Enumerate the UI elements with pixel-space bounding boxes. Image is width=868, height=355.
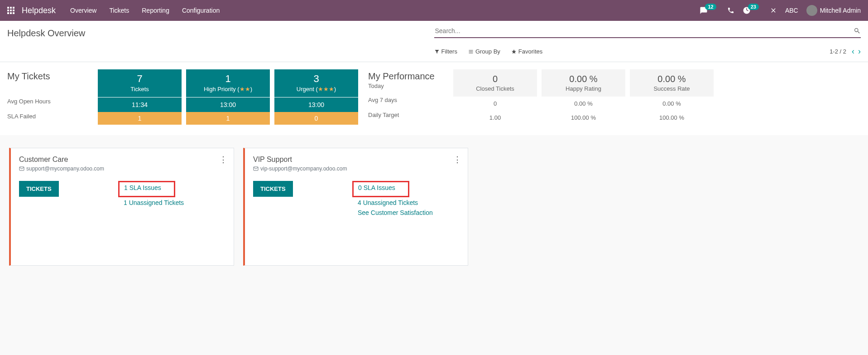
performance-labels: My Performance Today Avg 7 days Daily Ta… — [363, 69, 449, 128]
urgent-stat[interactable]: 3Urgent (★★★) 13:00 0 — [274, 69, 358, 128]
top-navbar: Helpdesk Overview Tickets Reporting Conf… — [0, 0, 868, 21]
team-card-customer-care[interactable]: ⋮ Customer Care support@mycompany.odoo.c… — [9, 148, 234, 266]
closed-tickets-col[interactable]: 0Closed Tickets 0 1.00 — [453, 69, 537, 128]
stat-foot: 1 — [98, 112, 182, 125]
brand-title[interactable]: Helpdesk — [22, 6, 56, 15]
unassigned-link[interactable]: 1 Unassigned Tickets — [124, 199, 225, 206]
performance-sub: Today — [368, 83, 449, 89]
perf-label: Success Rate — [630, 85, 714, 92]
avatar-icon — [806, 5, 817, 16]
perf-avg: 0 — [453, 97, 537, 111]
phone-icon[interactable] — [727, 7, 734, 14]
team-email-text: support@mycompany.odoo.com — [26, 165, 104, 172]
stat-mid: 13:00 — [274, 97, 358, 112]
nav-configuration[interactable]: Configuration — [182, 7, 220, 14]
my-tickets-heading: My Tickets — [7, 71, 93, 82]
team-name[interactable]: Customer Care — [19, 156, 225, 164]
stat-label: Urgent (★★★) — [274, 86, 358, 92]
my-tickets-labels: My Tickets Avg Open Hours SLA Failed — [7, 69, 93, 128]
perf-avg: 0.00 % — [542, 97, 625, 111]
pager-next[interactable]: › — [858, 47, 861, 56]
dots-vertical-icon[interactable]: ⋮ — [219, 155, 227, 165]
teams-kanban: ⋮ Customer Care support@mycompany.odoo.c… — [0, 139, 868, 275]
search-input[interactable] — [434, 26, 854, 35]
perf-num: 0.00 % — [630, 74, 714, 84]
messages-badge: 12 — [705, 4, 716, 10]
perf-num: 0.00 % — [542, 74, 625, 84]
sla-failed-label: SLA Failed — [7, 113, 93, 120]
happy-rating-col[interactable]: 0.00 %Happy Rating 0.00 % 100.00 % — [542, 69, 625, 128]
user-menu[interactable]: Mitchell Admin — [806, 5, 861, 16]
pager-counter[interactable]: 1-2 / 2 — [830, 48, 846, 55]
list-icon — [468, 49, 474, 54]
navbar-right: 12 23 ABC Mitchell Admin — [700, 5, 861, 16]
page-title: Helpdesk Overview — [7, 24, 85, 42]
search-icon[interactable] — [854, 27, 861, 34]
star-icon — [511, 49, 517, 54]
perf-target: 100.00 % — [542, 111, 625, 125]
stat-label: High Priority (★★) — [186, 86, 270, 92]
search-box — [434, 24, 861, 38]
nav-overview[interactable]: Overview — [70, 7, 96, 14]
stat-label: Tickets — [98, 86, 182, 92]
tickets-button[interactable]: TICKETS — [19, 181, 59, 197]
envelope-icon — [19, 166, 24, 171]
sla-issues-link[interactable]: 0 SLA Issues — [358, 184, 395, 191]
high-priority-stat[interactable]: 1High Priority (★★) 13:00 1 — [186, 69, 270, 128]
envelope-icon — [253, 166, 259, 171]
sla-highlight: 1 SLA Issues — [118, 181, 175, 197]
nav-links: Overview Tickets Reporting Configuration — [70, 7, 220, 14]
company-switcher[interactable]: ABC — [785, 7, 798, 14]
tickets-stat[interactable]: 7Tickets 11:34 1 — [98, 69, 182, 128]
stat-num: 3 — [274, 73, 358, 85]
messages-icon[interactable]: 12 — [700, 6, 719, 15]
team-card-vip-support[interactable]: ⋮ VIP Support vip-support@mycompany.odoo… — [243, 148, 468, 266]
sla-issues-link[interactable]: 1 SLA Issues — [124, 184, 161, 191]
team-email-text: vip-support@mycompany.odoo.com — [260, 165, 347, 172]
apps-grid-icon[interactable] — [7, 7, 14, 14]
nav-tickets[interactable]: Tickets — [109, 7, 129, 14]
team-email: vip-support@mycompany.odoo.com — [253, 165, 460, 172]
pager-prev[interactable]: ‹ — [852, 47, 854, 56]
perf-label: Closed Tickets — [453, 85, 537, 92]
sla-highlight: 0 SLA Issues — [352, 181, 409, 197]
stat-foot: 0 — [274, 112, 358, 125]
avg7-label: Avg 7 days — [368, 97, 449, 103]
performance-heading: My Performance — [368, 71, 449, 82]
stat-num: 1 — [186, 73, 270, 85]
filters-button[interactable]: Filters — [434, 48, 457, 55]
unassigned-link[interactable]: 4 Unassigned Tickets — [358, 199, 460, 206]
favorites-button[interactable]: Favorites — [511, 48, 542, 55]
dots-vertical-icon[interactable]: ⋮ — [453, 155, 461, 165]
perf-target: 100.00 % — [630, 111, 714, 125]
group-by-button[interactable]: Group By — [468, 48, 500, 55]
target-label: Daily Target — [368, 112, 449, 118]
user-name: Mitchell Admin — [820, 7, 861, 14]
perf-avg: 0.00 % — [630, 97, 714, 111]
filters-label: Filters — [441, 48, 457, 55]
close-tray-icon[interactable] — [770, 7, 777, 14]
favorites-label: Favorites — [518, 48, 542, 55]
stat-mid: 11:34 — [98, 97, 182, 112]
pager: 1-2 / 2 ‹ › — [830, 47, 861, 56]
perf-target: 1.00 — [453, 111, 537, 125]
perf-num: 0 — [453, 74, 537, 84]
stat-foot: 1 — [186, 112, 270, 125]
activities-icon[interactable]: 23 — [743, 6, 762, 15]
nav-reporting[interactable]: Reporting — [142, 7, 169, 14]
stat-mid: 13:00 — [186, 97, 270, 112]
success-rate-col[interactable]: 0.00 %Success Rate 0.00 % 100.00 % — [630, 69, 714, 128]
dashboard: My Tickets Avg Open Hours SLA Failed 7Ti… — [0, 62, 868, 135]
team-email: support@mycompany.odoo.com — [19, 165, 225, 172]
stat-num: 7 — [98, 73, 182, 85]
customer-satisfaction-link[interactable]: See Customer Satisfaction — [358, 209, 460, 216]
tickets-button[interactable]: TICKETS — [253, 181, 293, 197]
team-name[interactable]: VIP Support — [253, 156, 460, 164]
control-panel: Helpdesk Overview Filters Group By Favor… — [0, 21, 868, 62]
avg-open-label: Avg Open Hours — [7, 98, 93, 105]
group-by-label: Group By — [475, 48, 500, 55]
perf-label: Happy Rating — [542, 85, 625, 92]
filter-icon — [434, 49, 440, 54]
activities-badge: 23 — [748, 4, 759, 10]
